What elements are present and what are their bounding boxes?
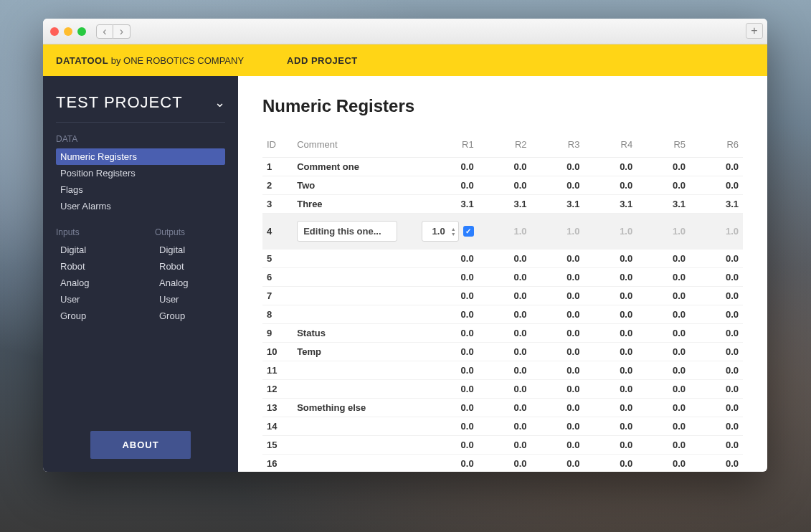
cell-value: 1.0 [690, 214, 743, 250]
table-row[interactable]: 80.00.00.00.00.00.0 [262, 305, 743, 324]
forward-button[interactable]: › [113, 24, 131, 39]
cell-value: 0.0 [414, 380, 478, 399]
apply-all-checkbox[interactable]: ✓ [463, 226, 474, 237]
project-selector[interactable]: TEST PROJECT ⌄ [56, 93, 225, 112]
cell-id: 11 [262, 361, 293, 380]
cell-comment [293, 361, 414, 380]
cell-value: 0.0 [584, 287, 637, 305]
table-row[interactable]: 110.00.00.00.00.00.0 [262, 361, 743, 380]
table-row[interactable]: 140.00.00.00.00.00.0 [262, 417, 743, 436]
inputs-analog[interactable]: Analog [56, 275, 126, 291]
cell-id: 15 [262, 436, 293, 455]
cell-value: 0.0 [584, 361, 637, 380]
window-titlebar: ‹ › + [43, 19, 767, 44]
inputs-group[interactable]: Group [56, 308, 126, 324]
cell-value: 0.0 [584, 158, 637, 176]
table-row[interactable]: 1Comment one0.00.00.00.00.00.0 [262, 158, 743, 176]
cell-comment: Three [293, 195, 414, 214]
table-row[interactable]: 9Status0.00.00.00.00.00.0 [262, 324, 743, 343]
brand: DATATOOL by ONE ROBOTICS COMPANY [56, 55, 244, 66]
cell-value: 0.0 [584, 455, 637, 472]
table-row[interactable]: 50.00.00.00.00.00.0 [262, 250, 743, 268]
inputs-user[interactable]: User [56, 291, 126, 308]
col-r2: R2 [478, 135, 531, 158]
cell-value: 0.0 [531, 380, 584, 399]
cell-value: 0.0 [478, 380, 531, 399]
table-row[interactable]: 13Something else0.00.00.00.00.00.0 [262, 399, 743, 417]
cell-value: 0.0 [637, 436, 690, 455]
cell-value: 0.0 [584, 343, 637, 361]
cell-value: 0.0 [531, 436, 584, 455]
inputs-nav: Digital Robot Analog User Group [56, 242, 126, 324]
cell-value: 0.0 [690, 436, 743, 455]
cell-comment [293, 455, 414, 472]
back-button[interactable]: ‹ [96, 24, 113, 39]
add-project-button[interactable]: ADD PROJECT [287, 55, 358, 66]
table-row[interactable]: 10Temp0.00.00.00.00.00.0 [262, 343, 743, 361]
io-columns: Inputs Digital Robot Analog User Group O… [56, 227, 225, 337]
cell-value: 0.0 [414, 158, 478, 176]
cell-value: 0.0 [414, 324, 478, 343]
new-tab-button[interactable]: + [746, 23, 763, 39]
cell-value: 0.0 [478, 324, 531, 343]
cell-comment: Two [293, 176, 414, 195]
stepper-arrows-icon[interactable]: ▲▼ [451, 227, 456, 237]
table-row-editing[interactable]: 4▲▼✓1.01.01.01.01.0 [262, 214, 743, 250]
table-row[interactable]: 60.00.00.00.00.00.0 [262, 268, 743, 287]
cell-id: 2 [262, 176, 293, 195]
cell-value: 0.0 [531, 417, 584, 436]
comment-input[interactable] [297, 221, 397, 242]
col-r1: R1 [414, 135, 478, 158]
table-row[interactable]: 70.00.00.00.00.00.0 [262, 287, 743, 305]
cell-value: 3.1 [478, 195, 531, 214]
table-row[interactable]: 160.00.00.00.00.00.0 [262, 455, 743, 472]
cell-value: 0.0 [414, 343, 478, 361]
cell-value: 3.1 [690, 195, 743, 214]
close-icon[interactable] [50, 27, 59, 36]
nav-user-alarms[interactable]: User Alarms [56, 198, 225, 214]
cell-id: 5 [262, 250, 293, 268]
cell-id: 7 [262, 287, 293, 305]
app-window: ‹ › + DATATOOL by ONE ROBOTICS COMPANY A… [43, 19, 767, 472]
inputs-column: Inputs Digital Robot Analog User Group [56, 227, 126, 337]
table-row[interactable]: 2Two0.00.00.00.00.00.0 [262, 176, 743, 195]
cell-value: 0.0 [637, 399, 690, 417]
nav-position-registers[interactable]: Position Registers [56, 165, 225, 181]
cell-value: 0.0 [584, 324, 637, 343]
cell-value: 0.0 [584, 417, 637, 436]
table-scroll[interactable]: ID Comment R1 R2 R3 R4 R5 R6 1Comment on… [262, 135, 743, 472]
cell-comment [293, 305, 414, 324]
cell-value: 0.0 [478, 268, 531, 287]
cell-comment [293, 436, 414, 455]
outputs-digital[interactable]: Digital [155, 242, 225, 258]
nav-numeric-registers[interactable]: Numeric Registers [56, 148, 225, 165]
inputs-digital[interactable]: Digital [56, 242, 126, 258]
about-button[interactable]: ABOUT [90, 431, 191, 459]
cell-value: 0.0 [637, 305, 690, 324]
outputs-group[interactable]: Group [155, 308, 225, 324]
inputs-robot[interactable]: Robot [56, 258, 126, 275]
outputs-robot[interactable]: Robot [155, 258, 225, 275]
cell-value: 0.0 [414, 455, 478, 472]
cell-value: 0.0 [414, 417, 478, 436]
table-row[interactable]: 3Three3.13.13.13.13.13.1 [262, 195, 743, 214]
cell-value: 0.0 [531, 250, 584, 268]
cell-value: 0.0 [478, 287, 531, 305]
cell-value: 0.0 [414, 361, 478, 380]
cell-value: 0.0 [414, 250, 478, 268]
zoom-icon[interactable] [77, 27, 86, 36]
outputs-analog[interactable]: Analog [155, 275, 225, 291]
table-header-row: ID Comment R1 R2 R3 R4 R5 R6 [262, 135, 743, 158]
cell-value: 0.0 [690, 455, 743, 472]
cell-value: 0.0 [414, 399, 478, 417]
cell-value: 0.0 [478, 305, 531, 324]
table-row[interactable]: 150.00.00.00.00.00.0 [262, 436, 743, 455]
minimize-icon[interactable] [64, 27, 72, 36]
table-row[interactable]: 120.00.00.00.00.00.0 [262, 380, 743, 399]
top-toolbar: DATATOOL by ONE ROBOTICS COMPANY ADD PRO… [43, 44, 767, 76]
cell-value: 0.0 [690, 305, 743, 324]
nav-flags[interactable]: Flags [56, 181, 225, 198]
cell-value: 0.0 [690, 417, 743, 436]
cell-value: 0.0 [584, 268, 637, 287]
outputs-user[interactable]: User [155, 291, 225, 308]
